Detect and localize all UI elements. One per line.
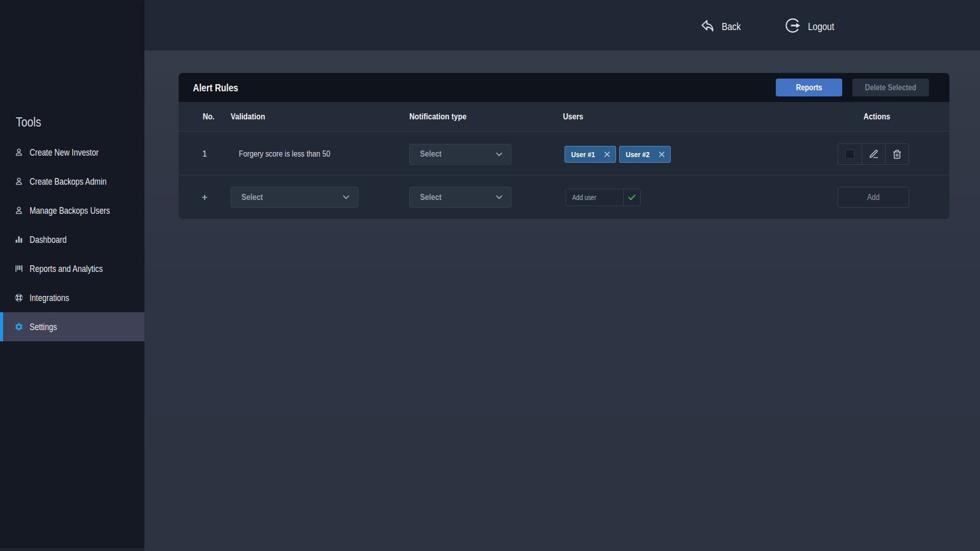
user-chip-label: User #1 [571,150,595,159]
sidebar-bottom-strip [0,548,144,551]
add-rule-row: + Select Select Add user Add [179,176,949,219]
sidebar-item-create-backops-admin[interactable]: Create Backops Admin [0,167,144,196]
validation-select[interactable]: Select [231,187,358,208]
reports-button[interactable]: Reports [776,79,842,96]
row-notification-cell: Select [409,132,563,175]
panel-header: Alert Rules Reports Delete Selected [179,73,949,102]
user-icon [14,177,23,186]
add-button-label: Add [867,192,879,203]
add-button[interactable]: Add [838,187,909,208]
topbar: Back Logout [144,0,980,51]
chevron-down-icon [342,195,350,199]
row-select-cell [838,144,862,164]
content-top-band [144,51,980,71]
row-validation-text: Forgery score is less than 50 [239,149,330,159]
add-notification-cell: Select [409,176,563,219]
column-header-notification-type: Notification type [409,112,538,122]
chevron-down-icon [496,152,503,157]
add-user-placeholder: Add user [572,193,596,202]
delete-selected-button[interactable]: Delete Selected [852,79,929,96]
table-header-row: No. Validation Notification type Users A… [179,102,949,132]
sidebar-nav: Create New Investor Create Backops Admin… [0,138,144,341]
edit-row-button[interactable] [862,144,885,164]
sidebar-item-label: Create Backops Admin [30,176,107,187]
select-value: Select [420,192,442,203]
trash-icon [892,149,902,159]
gear-icon [14,322,23,332]
sidebar-item-manage-backops-users[interactable]: Manage Backops Users [0,196,144,225]
table-row: 1 Forgery score is less than 50 Select U… [179,132,949,176]
sidebar-title: Tools [16,114,41,130]
sidebar: Tools Create New Investor Create Backops… [0,0,144,548]
confirm-user-button[interactable] [623,189,640,206]
select-value: Select [420,149,442,159]
sidebar-item-create-new-investor[interactable]: Create New Investor [0,138,144,167]
sidebar-item-label: Manage Backops Users [30,205,110,216]
check-icon [628,194,636,201]
logout-icon [786,18,801,35]
delete-row-button[interactable] [885,144,909,164]
column-header-users: Users [563,112,794,122]
hub-icon [14,293,23,303]
edit-icon [869,149,879,159]
sidebar-item-label: Dashboard [30,234,67,245]
sidebar-item-label: Create New Investor [30,147,99,158]
row-users-cell: User #1 User #2 [563,132,838,175]
add-actions-cell: Add [838,176,949,219]
column-header-no: No. [203,112,214,122]
report-bars-icon [14,264,23,273]
add-users-cell: Add user [563,176,838,219]
add-validation-cell: Select [231,176,409,219]
remove-user-icon[interactable] [659,152,665,157]
user-icon [14,206,23,215]
user-chip-label: User #2 [626,150,650,159]
select-value: Select [241,192,263,203]
alert-rules-panel: Alert Rules Reports Delete Selected No. … [179,73,949,219]
row-validation-cell: Forgery score is less than 50 [231,132,409,175]
panel-title: Alert Rules [193,82,238,94]
notification-type-select[interactable]: Select [409,144,511,165]
remove-user-icon[interactable] [604,152,610,157]
bar-chart-icon [14,235,23,244]
back-button[interactable]: Back [699,0,744,51]
back-arrow-icon [699,18,715,36]
column-header-actions: Actions [847,112,907,122]
add-user-input[interactable]: Add user [566,189,623,206]
back-label: Back [722,21,741,33]
user-chip[interactable]: User #1 [565,146,616,163]
row-actions-group [838,143,909,165]
sidebar-item-label: Reports and Analytics [30,263,103,274]
panel-actions: Reports Delete Selected [776,79,929,96]
reports-button-label: Reports [796,83,822,93]
user-icon [14,147,23,157]
sidebar-item-settings[interactable]: Settings [0,312,144,341]
sidebar-item-dashboard[interactable]: Dashboard [0,225,144,254]
sidebar-item-label: Settings [30,321,57,333]
add-row-plus: + [179,176,231,219]
add-user-field: Add user [566,189,641,206]
logout-button[interactable]: Logout [786,0,839,51]
row-number: 1 [179,132,231,175]
chevron-down-icon [496,195,503,199]
logout-label: Logout [808,21,834,33]
user-chip[interactable]: User #2 [619,146,671,163]
sidebar-item-reports-and-analytics[interactable]: Reports and Analytics [0,254,144,283]
delete-selected-button-label: Delete Selected [865,83,917,93]
sidebar-item-integrations[interactable]: Integrations [0,283,144,312]
notification-type-select[interactable]: Select [409,187,511,208]
sidebar-item-label: Integrations [30,292,69,304]
column-header-validation: Validation [231,112,381,122]
row-actions-cell [838,132,949,175]
row-checkbox[interactable] [845,149,854,159]
